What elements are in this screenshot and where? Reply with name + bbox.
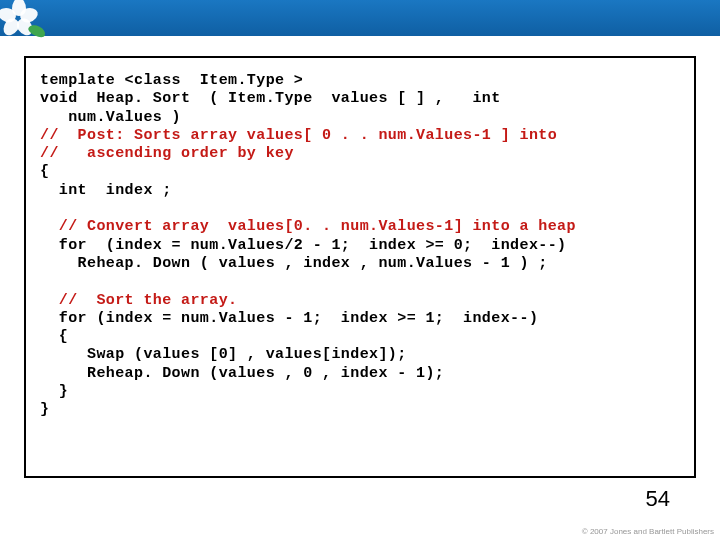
code-line: Reheap. Down (values , 0 , index - 1);: [40, 365, 444, 382]
code-line: for (index = num.Values - 1; index >= 1;…: [40, 310, 538, 327]
code-line: num.Values ): [40, 109, 181, 126]
page-number: 54: [646, 486, 670, 512]
slide: template <class Item.Type > void Heap. S…: [0, 0, 720, 540]
code-line: template <class Item.Type >: [40, 72, 303, 89]
code-line: }: [40, 401, 49, 418]
code-line: Swap (values [0] , values[index]);: [40, 346, 407, 363]
code-line: Reheap. Down ( values , index , num.Valu…: [40, 255, 548, 272]
code-line: int index ;: [40, 182, 172, 199]
code-comment: // Post: Sorts array values[ 0 . . num.V…: [40, 127, 557, 144]
code-line: for (index = num.Values/2 - 1; index >= …: [40, 237, 566, 254]
code-box: template <class Item.Type > void Heap. S…: [24, 56, 696, 478]
code-listing: template <class Item.Type > void Heap. S…: [40, 72, 686, 420]
code-comment: // Sort the array.: [40, 292, 237, 309]
header-bar: [0, 0, 720, 36]
code-line: }: [40, 383, 68, 400]
code-comment: // ascending order by key: [40, 145, 294, 162]
flower-icon: [0, 0, 42, 40]
code-comment: // Convert array values[0. . num.Values-…: [40, 218, 576, 235]
code-line: {: [40, 163, 49, 180]
code-line: {: [40, 328, 68, 345]
code-line: void Heap. Sort ( Item.Type values [ ] ,…: [40, 90, 501, 107]
copyright-text: © 2007 Jones and Bartlett Publishers: [582, 527, 714, 536]
